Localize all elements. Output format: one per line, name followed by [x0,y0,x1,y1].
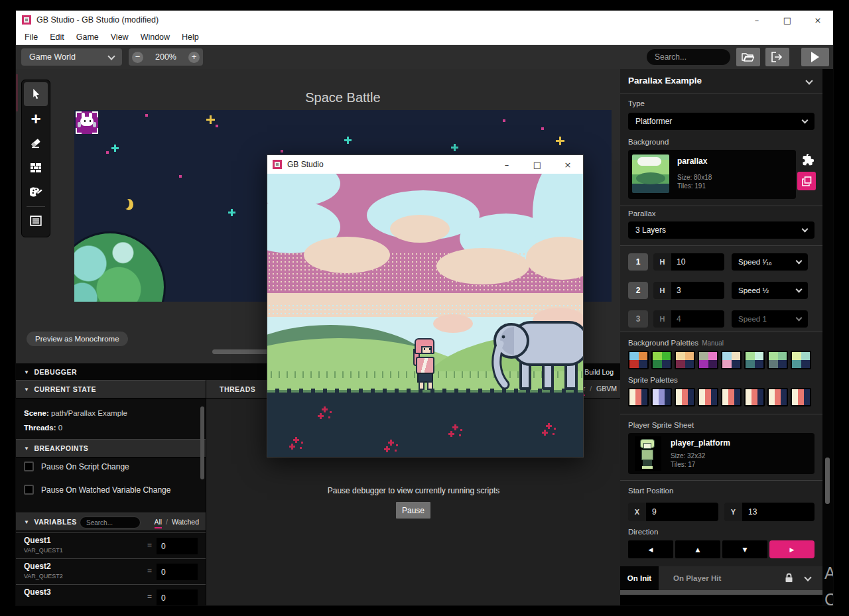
current-state-header[interactable]: CURRENT STATE [16,380,206,399]
menu-file[interactable]: File [19,32,44,42]
minimize-icon[interactable]: – [491,155,522,174]
star-sparkle [556,137,564,145]
scene-type-select[interactable]: Platformer [628,113,815,130]
export-button[interactable] [765,48,789,66]
direction-button-right[interactable]: ▶ [769,540,815,558]
background-palette-swatch[interactable] [721,351,742,369]
breakpoints-header[interactable]: BREAKPOINTS [16,439,206,458]
palette-brush-icon [30,186,42,198]
layer-height-input[interactable] [671,282,724,299]
layer-speed-select[interactable]: Speed ¹⁄₁₆ [732,253,808,271]
layer-speed-select[interactable]: Speed ½ [732,282,808,299]
direction-button-down[interactable]: ▼ [722,540,767,558]
menu-edit[interactable]: Edit [44,32,70,42]
sprite-palette-swatch[interactable] [721,388,742,406]
menu-help[interactable]: Help [176,32,205,42]
sprite-palette-swatch[interactable] [651,388,672,406]
collisions-tool[interactable] [24,156,48,180]
layer-height-input[interactable] [671,310,724,328]
pause-button[interactable]: Pause [396,502,430,519]
add-tool[interactable]: + [24,107,48,131]
background-palette-swatch[interactable] [651,351,672,369]
background-asset-card[interactable]: parallax Size: 80x18 Tiles: 191 [628,150,796,199]
direction-button-up[interactable]: ▲ [675,540,720,558]
parallax-layers-select[interactable]: 3 Layers [628,221,815,239]
plugin-button[interactable] [800,152,816,168]
filter-all-tab[interactable]: All [155,518,163,528]
direction-button-left[interactable]: ◀ [628,540,673,558]
variable-value-input[interactable] [157,538,198,554]
eraser-tool[interactable] [24,131,48,155]
menu-window[interactable]: Window [135,32,176,42]
zoom-in-button[interactable]: + [188,52,200,63]
player-sprite-card[interactable]: player_platform Size: 32x32 Tiles: 17 [628,433,815,474]
menu-view[interactable]: View [105,32,135,42]
build-log-button[interactable]: Build Log [584,368,614,376]
vertical-scrollbar[interactable] [825,458,830,504]
variables-search-input[interactable] [80,517,141,528]
threads-label: Threads: [24,424,56,432]
edit-palettes-button[interactable] [797,172,816,190]
actor-sprite[interactable] [76,111,98,134]
sprite-palette-swatch[interactable] [698,388,718,406]
chevron-down-icon [796,258,803,265]
minimize-icon[interactable]: – [742,11,772,29]
run-game-button[interactable] [801,48,829,66]
zoom-out-button[interactable]: − [132,52,143,63]
background-palette-swatch[interactable] [698,351,718,369]
puzzle-icon [802,154,814,166]
variables-header[interactable]: VARIABLES All / Watched [16,513,206,531]
maximize-icon[interactable]: □ [522,155,553,174]
open-project-button[interactable] [736,48,760,66]
variable-name: Quest3 [24,587,51,597]
sprite-palette-swatch[interactable] [767,388,788,406]
priority-tool[interactable] [24,209,48,233]
tab-on-player-hit[interactable]: On Player Hit [673,574,721,582]
preview-monochrome-button[interactable]: Preview as Monochrome [27,332,128,346]
sprite-palette-swatch[interactable] [791,388,811,406]
tab-gbvm[interactable]: GBVM [596,385,617,393]
select-tool[interactable] [24,82,48,106]
chevron-down-icon[interactable] [804,574,811,581]
section-select[interactable]: Game World [21,48,122,66]
background-palette-swatch[interactable] [767,351,788,369]
background-palette-swatch[interactable] [791,351,811,369]
sprite-palette-swatch[interactable] [744,388,765,406]
y-position-input[interactable] [742,503,815,521]
breakpoint-option[interactable]: Pause On Script Change [24,462,129,471]
checkbox[interactable] [24,485,34,495]
lock-icon[interactable] [785,573,793,583]
variable-value-input[interactable] [157,564,198,580]
filter-watched-tab[interactable]: Watched [172,518,199,526]
tab-on-init[interactable]: On Init [620,566,659,590]
close-icon[interactable]: × [553,155,583,174]
folder-open-icon [742,52,755,62]
debugger-title[interactable]: DEBUGGER [24,368,77,376]
variable-value-input[interactable] [157,589,198,605]
background-palette-swatch[interactable] [628,351,649,369]
sidebar-scroll-track[interactable] [620,590,822,595]
layer-height-input[interactable] [671,253,724,271]
menu-game[interactable]: Game [70,32,105,42]
breakpoint-option[interactable]: Pause On Watched Variable Change [24,485,170,495]
scene-name-title[interactable]: Parallax Example [628,76,702,86]
layer-speed-select[interactable]: Speed 1 [732,310,808,328]
palettes-mode-tag[interactable]: Manual [702,339,724,347]
sprite-palette-swatch[interactable] [628,388,649,406]
checkbox[interactable] [24,462,34,471]
background-palette-swatch[interactable] [675,351,695,369]
chevron-down-icon[interactable] [805,77,813,84]
x-position-input[interactable] [646,503,718,521]
close-icon[interactable]: × [803,11,833,29]
background-palette-swatch[interactable] [744,351,765,369]
vertical-scrollbar[interactable] [200,406,204,479]
search-input[interactable] [647,49,730,65]
sprite-palette-swatch[interactable] [675,388,695,406]
scene-title[interactable]: Space Battle [74,90,612,105]
breakpoints-title: BREAKPOINTS [24,444,88,452]
start-position-label: Start Position [628,487,673,495]
colorize-tool[interactable] [24,180,48,204]
zoom-level: 200% [155,52,176,62]
maximize-icon[interactable]: □ [772,11,803,29]
chevron-down-icon [802,117,809,124]
